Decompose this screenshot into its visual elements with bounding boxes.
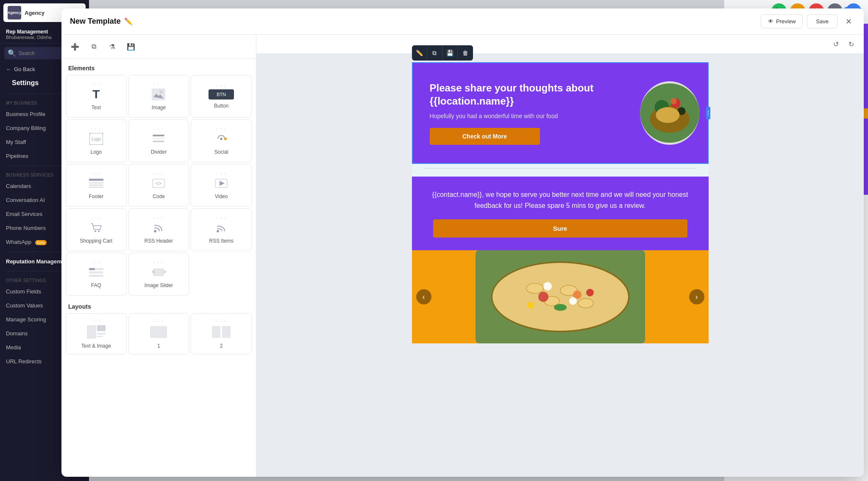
svg-point-43 [492, 263, 628, 331]
modal-save-button[interactable]: Save [807, 14, 837, 28]
svg-point-7 [220, 138, 223, 140]
email-preview-content: ✏️ ⧉ 💾 🗑 Please share your thoughts abou… [256, 54, 864, 352]
layouts-section-title: Layouts [61, 296, 256, 313]
element-social[interactable]: · · · Social [191, 119, 252, 162]
svg-rect-28 [87, 325, 96, 339]
element-image-slider[interactable]: · · · < > Image Slider [128, 253, 189, 296]
filter-button[interactable]: ⚗ [106, 40, 119, 53]
check-out-more-button[interactable]: Check out More [430, 128, 540, 145]
svg-point-51 [527, 302, 534, 309]
text-element-icon: T [88, 88, 105, 101]
svg-point-40 [656, 107, 679, 123]
image-element-icon [150, 88, 167, 101]
modal-title-text: New Template [70, 17, 121, 26]
layout-text-image[interactable]: · · · Text & Image [66, 313, 127, 354]
logo-element-icon: Logo [88, 132, 105, 146]
eye-icon: 👁 [768, 18, 773, 25]
svg-text:Logo: Logo [92, 137, 101, 141]
email-purple-left: Please share your thoughts about {{locat… [413, 63, 632, 163]
layers-button[interactable]: ⧉ [87, 40, 100, 53]
svg-point-47 [578, 299, 593, 308]
rss-header-element-icon [150, 221, 167, 235]
layouts-grid: · · · Text & Image · · · [61, 313, 256, 354]
element-divider[interactable]: · · · Divider [128, 119, 189, 162]
modal-title-area: New Template ✏️ [70, 17, 133, 26]
svg-rect-22 [89, 271, 103, 274]
modal-header: New Template ✏️ 👁 Preview Save ✕ [61, 8, 864, 35]
save-element-button[interactable]: 💾 [442, 45, 458, 61]
svg-marker-16 [220, 181, 225, 186]
carousel-next-button[interactable]: › [689, 289, 704, 304]
element-code[interactable]: · · · </> Code [128, 164, 189, 207]
svg-rect-32 [150, 326, 167, 338]
element-faq[interactable]: · · · FAQ [66, 253, 127, 296]
duplicate-element-button[interactable]: ⧉ [427, 45, 442, 61]
svg-rect-24 [89, 268, 95, 270]
svg-rect-25 [153, 269, 164, 276]
cart-element-icon [88, 221, 105, 235]
video-element-icon [213, 177, 230, 190]
email-container: ✏️ ⧉ 💾 🗑 Please share your thoughts abou… [412, 62, 709, 343]
svg-point-48 [538, 292, 548, 302]
element-button[interactable]: · · · BTN Button [191, 75, 252, 118]
undo-button[interactable]: ↺ [830, 38, 842, 50]
element-logo[interactable]: · · · Logo Logo [66, 119, 127, 162]
svg-rect-12 [89, 187, 103, 188]
save-elements-button[interactable]: 💾 [124, 40, 138, 53]
edit-title-icon[interactable]: ✏️ [124, 17, 133, 25]
email-carousel-section: ‹ [412, 250, 709, 343]
email-purple-section: Please share your thoughts about {{locat… [412, 62, 709, 164]
redo-button[interactable]: ↻ [845, 38, 857, 50]
element-shopping-cart[interactable]: · · · Shopping Cart [66, 208, 127, 251]
svg-rect-31 [97, 336, 103, 337]
svg-rect-11 [89, 185, 103, 185]
svg-point-53 [543, 282, 552, 290]
svg-rect-6 [153, 141, 164, 142]
template-modal: New Template ✏️ 👁 Preview Save ✕ ➕ ⧉ ⚗ 💾… [61, 8, 864, 477]
resize-handle[interactable] [706, 107, 710, 119]
delete-element-button[interactable]: 🗑 [458, 45, 473, 61]
layout-1[interactable]: · · · 1 [128, 313, 189, 354]
svg-rect-4 [153, 135, 164, 136]
svg-point-19 [154, 230, 156, 232]
element-text[interactable]: · · · T Text [66, 75, 127, 118]
preview-button[interactable]: 👁 Preview [761, 14, 803, 28]
carousel-image [476, 250, 645, 343]
element-toolbar: ✏️ ⧉ 💾 🗑 [412, 45, 473, 61]
add-element-button[interactable]: ➕ [68, 40, 82, 53]
email-heading: Please share your thoughts about {{locat… [430, 81, 619, 108]
svg-rect-29 [97, 325, 106, 331]
footer-element-icon [88, 177, 105, 190]
rss-items-element-icon [213, 221, 230, 235]
svg-rect-34 [222, 326, 231, 338]
layout-2[interactable]: · · · 2 [191, 313, 252, 354]
svg-point-50 [554, 304, 567, 311]
button-element-icon: BTN [209, 89, 234, 100]
element-video[interactable]: · · · Video [191, 164, 252, 207]
svg-rect-5 [153, 138, 164, 138]
svg-point-17 [95, 230, 96, 232]
faq-element-icon [88, 265, 105, 279]
modal-close-button[interactable]: ✕ [842, 15, 855, 28]
preview-panel: ↺ ↻ ✏️ ⧉ 💾 🗑 [256, 35, 864, 477]
svg-point-8 [224, 138, 227, 140]
svg-text:<: < [152, 269, 155, 275]
element-rss-header[interactable]: · · · RSS Header [128, 208, 189, 251]
back-arrow-icon: ← [6, 66, 11, 72]
svg-rect-30 [97, 333, 106, 334]
elements-section-title: Elements [61, 59, 256, 75]
elements-toolbar: ➕ ⧉ ⚗ 💾 [61, 35, 256, 59]
beta-badge: beta [35, 240, 47, 245]
edit-element-button[interactable]: ✏️ [412, 45, 427, 61]
divider-element-icon [150, 132, 167, 146]
svg-rect-33 [212, 326, 220, 338]
svg-point-52 [586, 289, 594, 296]
sure-button[interactable]: Sure [433, 219, 687, 238]
element-footer[interactable]: · · · Footer [66, 164, 127, 207]
svg-point-18 [98, 230, 100, 232]
element-image[interactable]: · · · Image [128, 75, 189, 118]
element-rss-items[interactable]: · · · RSS Items [191, 208, 252, 251]
search-icon: 🔍 [8, 49, 16, 57]
carousel-prev-button[interactable]: ‹ [416, 289, 431, 304]
email-subtext: Hopefully you had a wonderful time with … [430, 113, 619, 119]
